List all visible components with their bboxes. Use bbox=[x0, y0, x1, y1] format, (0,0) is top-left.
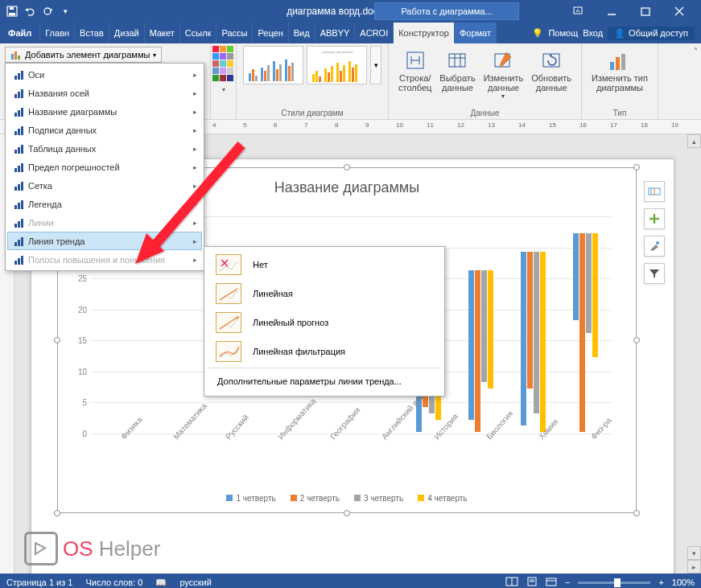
chart-styles-icon[interactable] bbox=[644, 236, 665, 257]
menu-item-0[interactable]: Оси▸ bbox=[7, 65, 202, 84]
svg-rect-24 bbox=[319, 76, 321, 82]
menu-item-6[interactable]: Сетка▸ bbox=[7, 176, 202, 195]
tab-layout[interactable]: Макет bbox=[145, 23, 180, 43]
add-chart-element-label: Добавить элемент диаграммы bbox=[25, 50, 150, 60]
tab-mailings[interactable]: Рассы bbox=[216, 23, 253, 43]
svg-rect-41 bbox=[610, 62, 614, 70]
tab-view[interactable]: Вид bbox=[289, 23, 315, 43]
trendline-linear[interactable]: Линейная bbox=[208, 279, 441, 308]
switch-row-column-button[interactable]: Строка/ столбец bbox=[395, 46, 435, 101]
tab-insert[interactable]: Встав bbox=[75, 23, 109, 43]
menu-item-3[interactable]: Подписи данных▸ bbox=[7, 121, 202, 139]
svg-rect-69 bbox=[18, 203, 20, 209]
save-icon[interactable] bbox=[5, 4, 19, 19]
change-colors-button[interactable] bbox=[212, 46, 235, 84]
zoom-slider[interactable] bbox=[578, 582, 650, 584]
svg-rect-31 bbox=[348, 61, 351, 82]
svg-point-3 bbox=[44, 8, 51, 14]
change-chart-type-button[interactable]: Изменить тип диаграммы bbox=[588, 46, 651, 94]
zoom-level[interactable]: 100% bbox=[672, 578, 695, 587]
svg-rect-9 bbox=[249, 73, 251, 81]
trendline-more-options[interactable]: Дополнительные параметры линии тренда... bbox=[208, 370, 441, 393]
chart-layout-icon[interactable] bbox=[644, 181, 665, 202]
svg-rect-25 bbox=[324, 68, 327, 82]
read-mode-icon[interactable] bbox=[505, 577, 518, 588]
svg-rect-72 bbox=[18, 221, 20, 228]
svg-rect-10 bbox=[252, 69, 254, 81]
refresh-data-button[interactable]: Обновить данные bbox=[528, 46, 575, 101]
menu-item-7[interactable]: Легенда▸ bbox=[7, 195, 202, 213]
scroll-down[interactable]: ▾ bbox=[687, 546, 701, 560]
tab-acrobat[interactable]: ACROI bbox=[355, 23, 394, 43]
page-indicator[interactable]: Страница 1 из 1 bbox=[6, 578, 72, 587]
tab-references[interactable]: Ссылк bbox=[180, 23, 217, 43]
web-layout-icon[interactable] bbox=[546, 577, 557, 588]
login-link[interactable]: Вход bbox=[583, 28, 603, 38]
svg-rect-22 bbox=[312, 74, 315, 82]
chart-filter-icon[interactable] bbox=[644, 263, 665, 284]
word-count[interactable]: Число слов: 0 bbox=[85, 578, 142, 587]
ribbon-group-data: Строка/ столбец Выбрать данные Изменить … bbox=[389, 43, 582, 119]
tab-design[interactable]: Дизай bbox=[109, 23, 145, 43]
submenu-label: Нет bbox=[253, 260, 268, 269]
svg-rect-57 bbox=[18, 129, 20, 135]
undo-icon[interactable] bbox=[23, 4, 37, 19]
menu-item-9[interactable]: Линия тренда▸ bbox=[7, 232, 202, 250]
svg-rect-4 bbox=[574, 7, 582, 14]
qat-more-icon[interactable]: ▾ bbox=[58, 4, 72, 19]
collapse-ribbon-icon[interactable]: ˄ bbox=[694, 47, 698, 56]
menu-item-1[interactable]: Названия осей▸ bbox=[7, 84, 202, 102]
trendline-none[interactable]: Нет bbox=[208, 250, 441, 279]
submenu-label: Линейная bbox=[253, 289, 293, 298]
zoom-out-icon[interactable]: − bbox=[565, 578, 570, 587]
menu-item-4[interactable]: Таблица данных▸ bbox=[7, 139, 202, 158]
menu-item-5[interactable]: Предел погрешностей▸ bbox=[7, 158, 202, 176]
chart-style-2[interactable]: название диаграммы bbox=[307, 46, 367, 84]
edit-data-button[interactable]: Изменить данные▾ bbox=[480, 46, 527, 101]
tab-home[interactable]: Главн bbox=[40, 23, 75, 43]
chart-styles-more[interactable]: ▾ bbox=[370, 46, 381, 84]
close-button[interactable] bbox=[662, 0, 696, 23]
tell-me[interactable]: Помощ bbox=[548, 28, 578, 38]
zoom-in-icon[interactable]: + bbox=[658, 578, 663, 587]
chart-legend[interactable]: 1 четверть2 четверть3 четверть4 четверть bbox=[58, 494, 636, 503]
redo-icon[interactable] bbox=[40, 4, 55, 19]
menu-item-8: Линии▸ bbox=[7, 213, 202, 232]
trendline-forecast[interactable]: Линейный прогноз bbox=[208, 308, 441, 337]
ribbon-collapse-icon[interactable] bbox=[561, 0, 595, 23]
svg-rect-13 bbox=[264, 71, 266, 81]
maximize-button[interactable] bbox=[629, 0, 662, 23]
menu-item-10: Полосы повышения и понижения▸ bbox=[7, 250, 202, 269]
tab-abbyy[interactable]: ABBYY bbox=[315, 23, 356, 43]
add-chart-element-button[interactable]: Добавить элемент диаграммы ▾ bbox=[5, 47, 162, 63]
svg-rect-6 bbox=[641, 8, 649, 15]
svg-rect-12 bbox=[261, 68, 263, 81]
tab-file[interactable]: Файл bbox=[0, 23, 40, 43]
language-indicator[interactable]: русский bbox=[179, 578, 211, 587]
select-data-button[interactable]: Выбрать данные bbox=[436, 46, 478, 101]
tab-chart-design[interactable]: Конструктор bbox=[394, 23, 455, 43]
trendline-submenu: Нет Линейная Линейный прогноз Линейная ф… bbox=[204, 246, 445, 397]
scroll-up[interactable]: ▴ bbox=[687, 134, 701, 148]
scroll-right[interactable]: ▸ bbox=[687, 560, 701, 574]
chart-style-1[interactable] bbox=[243, 46, 303, 84]
svg-rect-32 bbox=[352, 68, 354, 82]
chart-elements-icon[interactable] bbox=[644, 208, 665, 229]
statusbar: Страница 1 из 1 Число слов: 0 📖 русский … bbox=[0, 574, 701, 588]
svg-rect-43 bbox=[621, 54, 625, 70]
trendline-moving-avg[interactable]: Линейная фильтрация bbox=[208, 337, 441, 366]
share-button[interactable]: 👤 Общий доступ bbox=[608, 27, 695, 40]
tab-review[interactable]: Рецен bbox=[253, 23, 288, 43]
spellcheck-icon[interactable]: 📖 bbox=[155, 578, 167, 588]
menu-item-2[interactable]: Название диаграммы▸ bbox=[7, 102, 202, 121]
minimize-button[interactable] bbox=[595, 0, 629, 23]
svg-rect-29 bbox=[340, 71, 342, 82]
quick-access-toolbar: ▾ bbox=[5, 4, 72, 19]
print-layout-icon[interactable] bbox=[526, 577, 538, 588]
svg-rect-46 bbox=[18, 56, 20, 60]
svg-point-91 bbox=[656, 241, 659, 245]
tab-chart-format[interactable]: Формат bbox=[455, 23, 497, 43]
svg-rect-75 bbox=[18, 240, 20, 246]
svg-rect-52 bbox=[21, 89, 23, 98]
svg-rect-48 bbox=[18, 73, 20, 80]
